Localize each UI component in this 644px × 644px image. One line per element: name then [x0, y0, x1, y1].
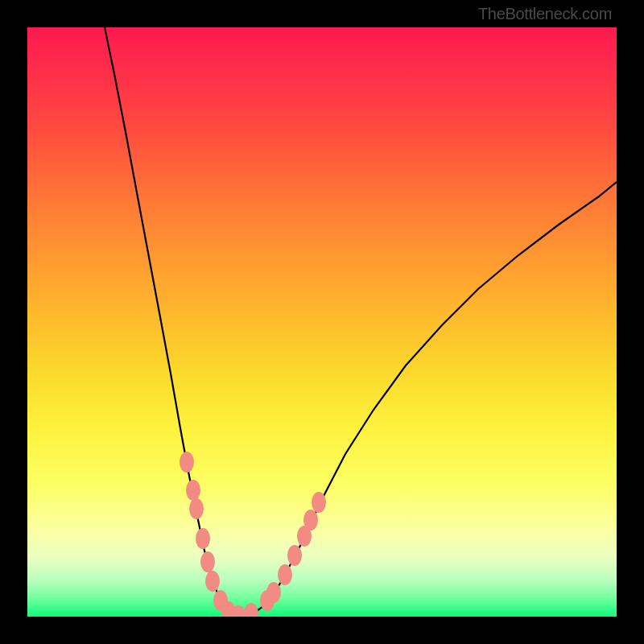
- gradient-background: [27, 27, 617, 617]
- chart-container: TheBottleneck.com: [0, 0, 644, 644]
- plot-area: [27, 27, 617, 617]
- watermark-text: TheBottleneck.com: [478, 5, 612, 23]
